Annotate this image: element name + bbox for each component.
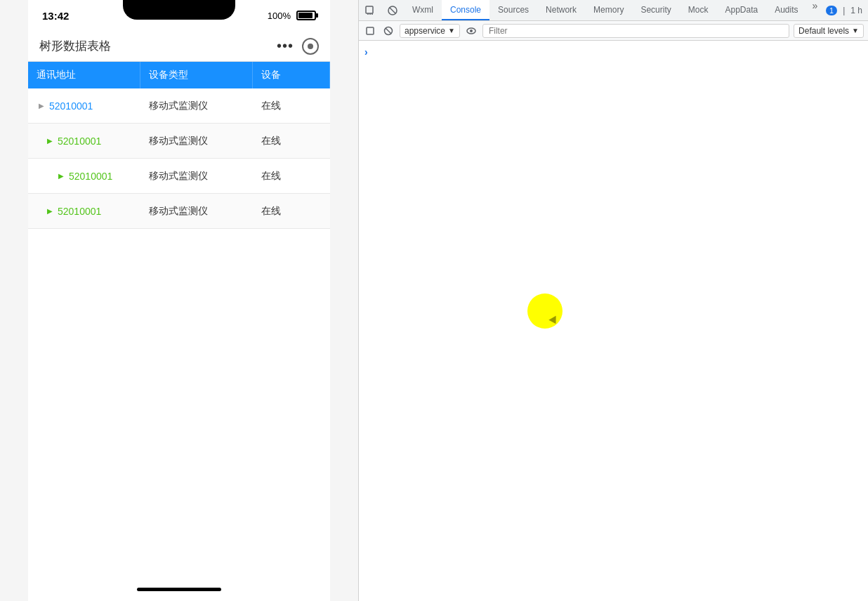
td-address-4: ▶ 52010001 <box>28 194 140 228</box>
th-address: 通讯地址 <box>28 62 140 88</box>
inspect-icon <box>364 5 376 16</box>
th-device-type: 设备类型 <box>140 62 253 88</box>
eye-button[interactable] <box>464 24 478 38</box>
expand-arrow-3[interactable]: ▶ <box>56 171 66 181</box>
tab-memory[interactable]: Memory <box>585 0 632 20</box>
table-row[interactable]: ▶ 52010001 移动式监测仪 在线 <box>28 194 330 229</box>
chevron-down-icon: ▼ <box>448 27 455 34</box>
td-address-2: ▶ 52010001 <box>28 124 140 158</box>
battery-icon <box>296 11 316 20</box>
dot-menu-icon[interactable]: ••• <box>277 38 294 54</box>
battery-fill <box>298 13 313 18</box>
svg-rect-0 <box>366 6 373 13</box>
levels-label: Default levels <box>798 26 849 36</box>
filter-input[interactable] <box>482 24 789 38</box>
svg-rect-6 <box>367 27 374 34</box>
td-status-4: 在线 <box>253 194 330 228</box>
time-label: 1 h <box>850 6 862 15</box>
table-body: ▶ 52010001 移动式监测仪 在线 ▶ 52010001 移动式监测仪 在… <box>28 88 330 577</box>
td-type-4: 移动式监测仪 <box>140 194 253 228</box>
no-icon <box>387 5 398 16</box>
td-address-3: ▶ 52010001 <box>28 159 140 193</box>
record-inner <box>308 44 313 49</box>
tab-network[interactable]: Network <box>537 0 585 20</box>
td-status-2: 在线 <box>253 124 330 158</box>
bottom-bar <box>28 577 330 601</box>
levels-chevron-icon: ▼ <box>852 27 859 34</box>
table-row[interactable]: ▶ 52010001 移动式监测仪 在线 <box>28 124 330 159</box>
clear-log-button[interactable] <box>381 24 395 38</box>
tab-mock[interactable]: Mock <box>680 0 717 20</box>
svg-point-10 <box>470 29 473 32</box>
block-icon[interactable] <box>381 0 404 20</box>
console-content: › <box>359 41 868 601</box>
status-right: 100% <box>268 11 316 21</box>
td-address-1: ▶ 52010001 <box>28 88 140 123</box>
levels-selector[interactable]: Default levels ▼ <box>794 24 864 38</box>
titlebar-icons: ••• <box>277 38 319 55</box>
tab-security[interactable]: Security <box>632 0 679 20</box>
expand-arrow-4[interactable]: ▶ <box>45 206 55 216</box>
devtools-tabs: Wxml Console Sources Network Memory Secu… <box>359 0 868 21</box>
svg-line-5 <box>390 8 395 13</box>
row-id-3: 52010001 <box>69 171 112 182</box>
row-id-4: 52010001 <box>58 206 101 217</box>
mobile-simulator: 13:42 100% 树形数据表格 ••• 通讯地址 设备类 <box>0 0 358 601</box>
row-id-1: 52010001 <box>49 100 93 112</box>
battery-percent: 100% <box>268 11 291 21</box>
data-table: 通讯地址 设备类型 设备 ▶ 52010001 移动式监测仪 在线 <box>28 62 330 577</box>
status-time: 13:42 <box>42 10 69 22</box>
devtools-panel: Wxml Console Sources Network Memory Secu… <box>358 0 868 601</box>
table-row[interactable]: ▶ 52010001 移动式监测仪 在线 <box>28 88 330 124</box>
tab-appdata[interactable]: AppData <box>716 0 766 20</box>
app-title: 树形数据表格 <box>39 38 111 54</box>
td-type-1: 移动式监测仪 <box>140 88 253 123</box>
inspect-button[interactable] <box>359 0 381 20</box>
notch <box>123 0 235 20</box>
expand-arrow-2[interactable]: ▶ <box>45 136 55 146</box>
context-selector[interactable]: appservice ▼ <box>400 24 460 38</box>
tab-console[interactable]: Console <box>442 0 489 20</box>
cursor-arrow-icon <box>548 316 559 326</box>
home-indicator <box>137 588 221 591</box>
app-titlebar: 树形数据表格 ••• <box>28 31 330 62</box>
tab-audits[interactable]: Audits <box>766 0 806 20</box>
tab-right-info: 1 | 1 h <box>826 0 868 20</box>
svg-line-8 <box>386 28 391 34</box>
expand-arrow-1[interactable]: ▶ <box>37 101 46 111</box>
td-status-3: 在线 <box>253 159 330 193</box>
record-button[interactable] <box>302 38 319 55</box>
time-indicator: | <box>843 6 845 15</box>
mobile-frame: 13:42 100% 树形数据表格 ••• 通讯地址 设备类 <box>28 0 330 601</box>
th-device-status: 设备 <box>253 62 330 88</box>
row-id-2: 52010001 <box>58 136 101 147</box>
badge-count: 1 <box>826 6 837 15</box>
tab-wxml[interactable]: Wxml <box>404 0 442 20</box>
tab-sources[interactable]: Sources <box>489 0 537 20</box>
td-type-2: 移动式监测仪 <box>140 124 253 158</box>
console-prompt: › <box>364 46 368 58</box>
table-row[interactable]: ▶ 52010001 移动式监测仪 在线 <box>28 159 330 194</box>
context-value: appservice <box>405 26 445 36</box>
devtools-toolbar: appservice ▼ Default levels ▼ <box>359 21 868 41</box>
table-header: 通讯地址 设备类型 设备 <box>28 62 330 88</box>
more-tabs-button[interactable]: » <box>807 0 824 20</box>
td-status-1: 在线 <box>253 88 330 123</box>
stop-button[interactable] <box>363 24 377 38</box>
td-type-3: 移动式监测仪 <box>140 159 253 193</box>
cursor-indicator <box>527 293 563 329</box>
